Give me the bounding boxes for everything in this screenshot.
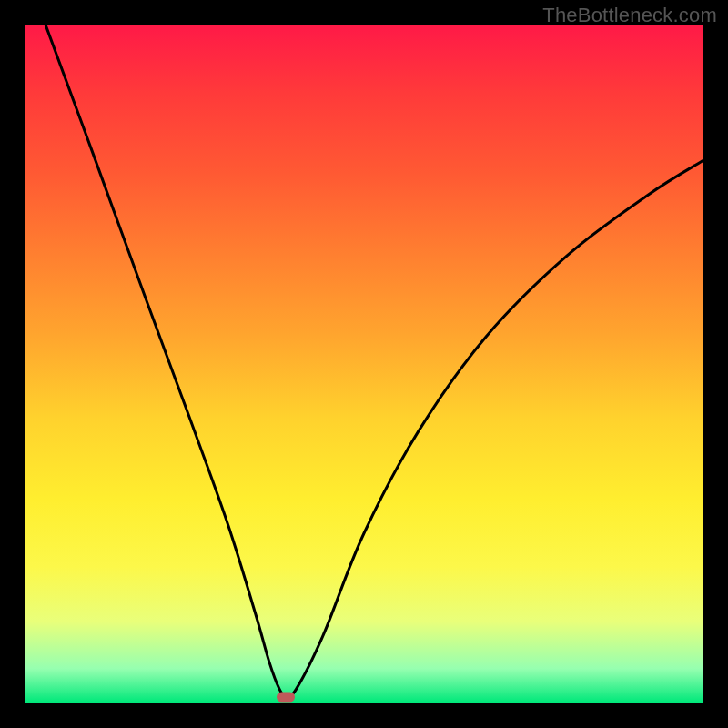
optimal-point-marker [277, 693, 295, 703]
watermark-label: TheBottleneck.com [542, 4, 717, 27]
chart-frame: TheBottleneck.com [0, 0, 728, 728]
plot-area [25, 25, 703, 703]
bottleneck-curve [25, 25, 703, 703]
